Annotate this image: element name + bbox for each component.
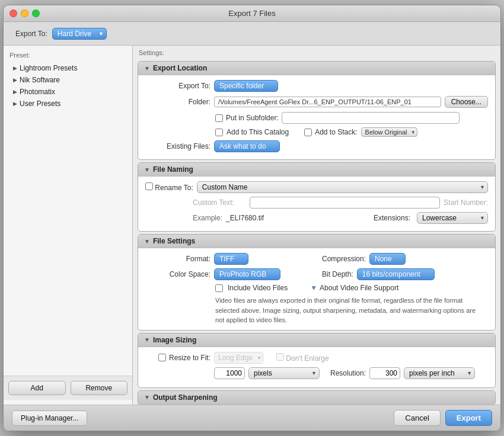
custom-text-input[interactable] (250, 197, 440, 209)
sidebar-item-lightroom[interactable]: ▶ Lightroom Presets (4, 62, 132, 74)
export-location-header: ▼ Export Location (138, 62, 495, 75)
dont-enlarge-group: Don't Enlarge (276, 353, 329, 363)
image-sizing-body: Resize to Fit: Long Edge Don't Enlarge (138, 347, 495, 387)
main-window: Export 7 Files Export To: Hard Drive Pre… (3, 5, 501, 431)
format-label: Format: (145, 255, 210, 263)
export-to-select[interactable]: Hard Drive (52, 28, 107, 40)
folder-path: /Volumes/FreeAgent GoFlex Dr...6_ENP_OUT… (214, 97, 441, 107)
bit-depth-select-wrapper: 16 bits/component (357, 268, 458, 280)
export-to-label: Export To: (15, 30, 47, 38)
image-sizing-title: Image Sizing (153, 336, 196, 344)
sidebar-header: Preset: (4, 50, 132, 62)
remove-button[interactable]: Remove (71, 381, 128, 395)
resolution-unit-select[interactable]: pixels per inch (404, 367, 475, 379)
file-settings-title: File Settings (153, 237, 195, 245)
compression-label: Compression: (322, 255, 366, 263)
about-video-label[interactable]: About Video File Support (320, 284, 398, 292)
dont-enlarge-checkbox[interactable] (276, 353, 284, 361)
rename-to-checkbox[interactable] (145, 182, 153, 190)
add-to-stack-label: Add to Stack: (315, 128, 357, 136)
file-naming-title: File Naming (153, 165, 193, 174)
section-collapse-icon: ▼ (144, 65, 150, 72)
folder-row: Folder: /Volumes/FreeAgent GoFlex Dr...6… (145, 96, 488, 108)
output-sharpening-section: ▼ Output Sharpening (138, 390, 496, 405)
sidebar-item-label: User Presets (20, 100, 60, 108)
sidebar-item-nik[interactable]: ▶ Nik Software (4, 74, 132, 86)
export-location-title: Export Location (153, 64, 207, 72)
section-collapse-icon: ▼ (144, 238, 150, 245)
file-naming-header: ▼ File Naming (138, 163, 495, 177)
file-naming-body: Rename To: Custom Name Custom Text: (138, 177, 495, 231)
settings-header: Settings: (133, 48, 500, 59)
add-button[interactable]: Add (8, 381, 66, 395)
example-row: Example: _ELI7680.tif Extensions: Lowerc… (145, 212, 488, 224)
close-button[interactable] (9, 9, 17, 17)
add-to-catalog-label: Add to This Catalog (227, 128, 289, 136)
choose-button[interactable]: Choose... (445, 96, 488, 108)
add-to-catalog-checkbox[interactable] (215, 129, 223, 136)
include-video-checkbox[interactable] (215, 284, 223, 292)
extensions-label: Extensions: (374, 214, 410, 222)
titlebar: Export 7 Files (4, 5, 500, 22)
maximize-button[interactable] (32, 9, 40, 17)
cancel-button[interactable]: Cancel (394, 410, 440, 426)
image-sizing-section: ▼ Image Sizing Resize to Fit: Long Edge (138, 333, 496, 388)
specific-folder-select[interactable]: Specific folder (214, 80, 278, 92)
rename-to-text: Rename To: (155, 184, 193, 192)
size-resolution-row: 1000 pixels Resolution: 300 pixels per i… (145, 367, 488, 379)
export-to-bar: Export To: Hard Drive (4, 22, 500, 46)
format-select[interactable]: TIFF (214, 253, 248, 265)
extensions-select[interactable]: Lowercase Uppercase (417, 212, 488, 224)
plugin-manager-button[interactable]: Plug-in Manager... (12, 411, 87, 426)
about-video-triangle: ▼ (310, 284, 317, 292)
collapse-icon: ▶ (13, 77, 17, 83)
minimize-button[interactable] (21, 9, 28, 17)
existing-files-row: Existing Files: Ask what to do (145, 140, 488, 152)
export-button[interactable]: Export (445, 410, 492, 426)
resize-checkbox[interactable] (158, 354, 166, 361)
export-to-row: Export To: Specific folder (145, 80, 488, 92)
collapse-icon: ▶ (13, 101, 17, 107)
subfolder-label: Put in Subfolder: (226, 114, 279, 122)
output-sharpening-header: ▼ Output Sharpening (138, 391, 495, 405)
start-number-label: Start Number: (444, 198, 488, 207)
existing-files-label: Existing Files: (145, 142, 210, 150)
sidebar-item-photomatix[interactable]: ▶ Photomatix (4, 86, 132, 98)
bit-depth-select[interactable]: 16 bits/component (357, 268, 435, 280)
size-input[interactable]: 1000 (214, 367, 245, 379)
resolution-label: Resolution: (330, 369, 366, 377)
resize-label: Resize to Fit: (169, 354, 210, 362)
sidebar-item-user-presets[interactable]: ▶ User Presets (4, 98, 132, 110)
catalog-stack-row: Add to This Catalog Add to Stack: Below … (145, 127, 488, 137)
right-panel: Settings: ▼ Export Location Export To: S… (133, 46, 500, 405)
color-space-select-wrapper: ProPhoto RGB (214, 268, 309, 280)
sidebar-item-label: Lightroom Presets (20, 64, 77, 72)
subfolder-row: Put in Subfolder: (145, 112, 488, 124)
video-description: Video files are always exported in their… (145, 296, 488, 325)
subfolder-checkbox[interactable] (215, 114, 223, 122)
below-original-wrapper: Below Original (361, 127, 417, 137)
dont-enlarge-label: Don't Enlarge (286, 354, 328, 363)
below-original-select[interactable]: Below Original (361, 127, 417, 137)
pixels-unit-select[interactable]: pixels (248, 367, 320, 379)
resolution-input[interactable]: 300 (369, 367, 400, 379)
titlebar-buttons (9, 9, 40, 17)
example-value: _ELI7680.tif (226, 214, 264, 222)
format-row: Format: TIFF Compression: None (145, 253, 488, 265)
rename-to-select[interactable]: Custom Name (197, 181, 488, 193)
video-description-text: Video files are always exported in their… (215, 296, 482, 325)
collapse-icon: ▶ (13, 89, 17, 95)
export-location-body: Export To: Specific folder Folder: /Volu… (138, 75, 495, 159)
include-video-label: Include Video Files (228, 284, 288, 292)
rename-to-label: Rename To: (145, 182, 193, 192)
add-to-stack-checkbox[interactable] (304, 129, 312, 136)
long-edge-select[interactable]: Long Edge (214, 352, 263, 364)
sidebar-footer: Add Remove (4, 376, 132, 400)
window-title: Export 7 Files (228, 9, 275, 18)
extensions-select-wrapper: Lowercase Uppercase (417, 212, 488, 224)
bottom-right-buttons: Cancel Export (394, 410, 492, 426)
color-space-select[interactable]: ProPhoto RGB (214, 268, 280, 280)
existing-files-select[interactable]: Ask what to do (214, 140, 280, 152)
compression-select[interactable]: None (369, 253, 406, 265)
subfolder-input[interactable] (282, 112, 460, 124)
